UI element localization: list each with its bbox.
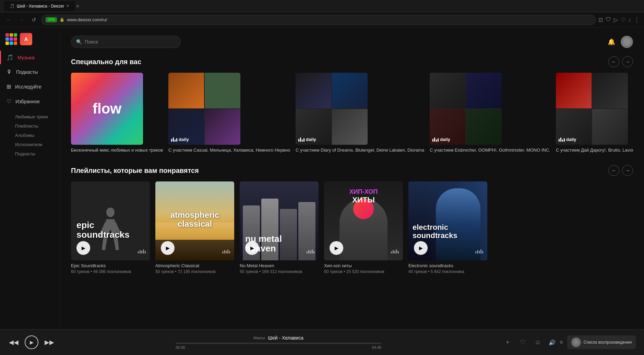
daily-card-1[interactable]: daily ▶ С участием Casual, Мельница, Хел… [168, 73, 290, 153]
main-content: 🔍 Поиск 🔔 Специально для вас ← → [60, 27, 644, 329]
screenshot-icon[interactable]: ⊡ [598, 16, 603, 23]
progress-times: 00:00 04:45 [176, 345, 381, 350]
sidebar-sub-artists[interactable]: Исполнители [0, 140, 60, 149]
daily-bars-4 [559, 138, 565, 142]
daily-bars-1 [171, 138, 177, 142]
epic-soundtracks-card[interactable]: epicsoundtracks ▶ [71, 181, 150, 274]
sidebar-sub-albums[interactable]: Альбомы [0, 131, 60, 140]
electronic-play-btn[interactable]: ▶ [414, 241, 428, 255]
electronic-card-img: electronicsoundtracks ▶ [408, 181, 487, 260]
search-icon: 🔍 [76, 39, 82, 45]
forward-button[interactable]: → [16, 15, 26, 25]
shield-icon[interactable]: 🛡 [606, 16, 611, 23]
hiphop-card[interactable]: ХИП-ХОП ХИТЫ ▶ [324, 181, 403, 274]
sidebar-sub-playlists[interactable]: Плейлисты [0, 121, 60, 131]
electronic-card-name: Electronic soundtracks [408, 263, 487, 268]
playlists-section: Плейлисты, которые вам понравятся ← → [71, 165, 633, 274]
for-you-cards: flow ▶ Бесконечный микс любимых и новых … [71, 73, 633, 153]
cast-icon[interactable]: ▷ [614, 16, 618, 23]
equalizer-icon[interactable]: ≡ [560, 339, 563, 345]
daily-bars-3 [432, 138, 439, 142]
sidebar-item-favorites[interactable]: ♡ Избранное [0, 95, 60, 108]
daily-card-2-title: С участием Diary of Dreams, Blutengel, D… [296, 147, 424, 153]
tab-close-btn[interactable]: ✕ [66, 4, 69, 8]
daily-card-2[interactable]: daily ▶ С участием Diary of Dreams, Blut… [296, 73, 424, 153]
sidebar-sub-liked[interactable]: Любимые треки [0, 112, 60, 121]
epic-card-name: Epic Soundtracks [71, 263, 150, 268]
playlists-next-arrow[interactable]: → [622, 165, 633, 176]
atmospheric-classical-card[interactable]: atmosphericclassical ▶ [155, 181, 234, 274]
next-track-button[interactable]: ▶▶ [44, 337, 55, 348]
nu-metal-play-btn[interactable]: ▶ [245, 241, 259, 255]
daily-label-3: daily [440, 137, 450, 142]
like-track-button[interactable]: ♡ [517, 337, 528, 348]
nu-metal-deezer-icon [307, 249, 314, 253]
playlists-prev-arrow[interactable]: ← [608, 165, 619, 176]
sidebar-sub-podcasts[interactable]: Подкасты [0, 149, 60, 158]
for-you-prev-arrow[interactable]: ← [608, 56, 619, 67]
hiphop-card-img: ХИП-ХОП ХИТЫ ▶ [324, 181, 403, 260]
download-icon[interactable]: ↓ [628, 16, 631, 23]
electronic-card[interactable]: electronicsoundtracks ▶ [408, 181, 487, 274]
heart-icon[interactable]: ♡ [621, 16, 625, 23]
daily-card-3-title: С участием Eisbrecher, OOMPH!, Gothminis… [430, 147, 550, 153]
sidebar-sub-section: Любимые треки Плейлисты Альбомы Исполнит… [0, 112, 60, 158]
daily-card-1-title: С участием Casual, Мельница, Хелависа, Н… [168, 147, 290, 153]
add-to-library-button[interactable]: + [502, 337, 513, 348]
player-play-pause-button[interactable]: ▶ [25, 335, 38, 349]
sidebar-item-podcasts[interactable]: 🎙 Подкасты [0, 66, 60, 79]
daily-badge-3: daily [432, 137, 450, 142]
lock-icon: 🔒 [60, 17, 64, 22]
epic-card-meta: 60 треков • 46 086 поклонников [71, 269, 150, 274]
for-you-section-header: Специально для вас ← → [71, 56, 633, 67]
electronic-deezer-icon [475, 249, 483, 253]
for-you-title: Специально для вас [71, 58, 141, 66]
queue-label: Список воспроизведения [584, 340, 632, 345]
player-track-name: Шей - Хелависа [268, 335, 303, 341]
daily-bars-2 [298, 138, 305, 142]
active-tab[interactable]: 🎵 Шей - Хелависа - Deezer ✕ [4, 1, 75, 11]
nu-metal-card[interactable]: nu metalheaven ▶ [240, 181, 319, 274]
daily-badge-2: daily [298, 137, 316, 142]
queue-button[interactable]: Список воспроизведения [567, 335, 636, 349]
playlists-cards: epicsoundtracks ▶ [71, 181, 633, 274]
url-text: www.deezer.com/ru/ [67, 17, 107, 22]
player-progress-container: 00:00 04:45 [176, 343, 381, 350]
nu-metal-card-meta: 50 треков • 169 312 поклонников [240, 269, 319, 274]
search-bar[interactable]: 🔍 Поиск [71, 36, 181, 48]
progress-bar[interactable] [176, 343, 381, 344]
sidebar-item-explore[interactable]: ⊞ Исследуйте [0, 80, 60, 93]
notification-bell-icon[interactable]: 🔔 [608, 38, 615, 46]
sidebar-logo: A [0, 33, 60, 51]
daily-card-4[interactable]: daily ▶ С участием Дай Дарогу!, Brutto, … [556, 73, 633, 153]
browser-navbar: ← → ↺ VPN 🔒 www.deezer.com/ru/ ⊡ 🛡 ▷ ♡ ↓… [0, 12, 644, 27]
hiphop-title-pink: ХИП-ХОП [324, 188, 403, 196]
user-avatar[interactable] [621, 36, 633, 48]
electronic-card-meta: 40 треков • 5 842 поклонника [408, 269, 487, 274]
prev-track-button[interactable]: ◀◀ [8, 337, 19, 348]
mood-button[interactable]: ☺ [532, 337, 543, 348]
hiphop-title-white: ХИТЫ [324, 196, 403, 204]
back-button[interactable]: ← [4, 15, 14, 25]
hiphop-title-overlay: ХИП-ХОП ХИТЫ [324, 188, 403, 204]
daily-label-1: daily [179, 137, 189, 142]
volume-icon[interactable]: 🔊 [549, 339, 556, 346]
browser-menu-button[interactable]: ⋮ [634, 16, 640, 24]
address-bar[interactable]: VPN 🔒 www.deezer.com/ru/ [41, 15, 596, 25]
sidebar-nav: 🎵 Музыка 🎙 Подкасты ⊞ Исследуйте ♡ Избра… [0, 51, 60, 158]
sidebar-item-music[interactable]: 🎵 Музыка [0, 51, 60, 64]
daily-card-3[interactable]: daily ▶ С участием Eisbrecher, OOMPH!, G… [430, 73, 550, 153]
reload-button[interactable]: ↺ [29, 15, 38, 25]
grid-icon: ⊞ [7, 83, 11, 90]
player-mix-label: Миксы [254, 336, 265, 340]
for-you-nav-arrows: ← → [608, 56, 633, 67]
epic-play-btn[interactable]: ▶ [76, 241, 90, 255]
for-you-next-arrow[interactable]: → [622, 56, 633, 67]
hiphop-play-btn[interactable]: ▶ [330, 241, 343, 255]
sidebar-explore-label: Исследуйте [15, 84, 41, 90]
flow-card[interactable]: flow ▶ Бесконечный микс любимых и новых … [71, 73, 163, 153]
header-right: 🔔 [608, 36, 633, 48]
total-time: 04:45 [372, 345, 382, 350]
new-tab-btn[interactable]: + [76, 3, 79, 9]
atmospheric-play-btn[interactable]: ▶ [161, 241, 175, 255]
